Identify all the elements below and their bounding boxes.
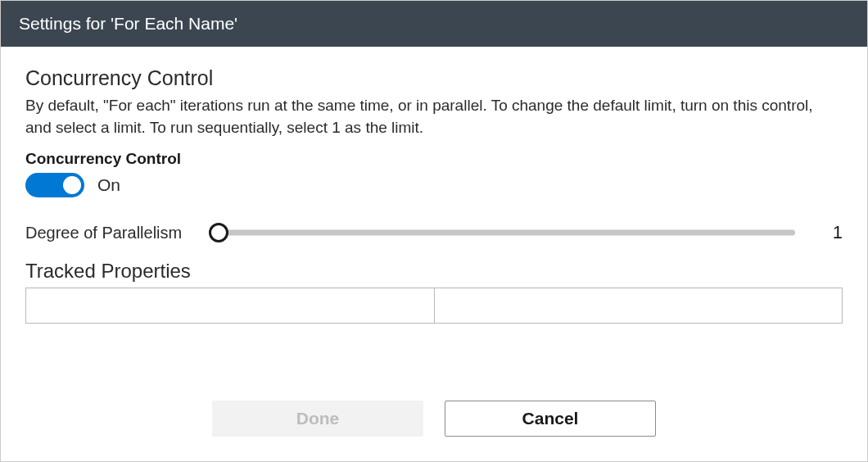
tracked-value-input[interactable] xyxy=(435,288,843,323)
concurrency-toggle-row: On xyxy=(25,173,843,197)
parallelism-slider[interactable] xyxy=(209,220,795,245)
concurrency-toggle-state: On xyxy=(97,175,120,195)
slider-thumb-icon[interactable] xyxy=(209,223,228,242)
tracked-properties-table xyxy=(25,288,843,324)
dialog-title: Settings for 'For Each Name' xyxy=(19,14,237,33)
dialog-header: Settings for 'For Each Name' xyxy=(1,1,867,47)
concurrency-section-description: By default, "For each" iterations run at… xyxy=(25,95,843,138)
dialog-body: Concurrency Control By default, "For eac… xyxy=(1,47,867,384)
done-button[interactable]: Done xyxy=(212,401,423,437)
concurrency-toggle-label: Concurrency Control xyxy=(25,150,843,168)
tracked-key-input[interactable] xyxy=(26,288,435,323)
settings-dialog: Settings for 'For Each Name' Concurrency… xyxy=(0,0,868,462)
toggle-thumb-icon xyxy=(63,176,81,194)
parallelism-label: Degree of Parallelism xyxy=(25,224,194,242)
parallelism-row: Degree of Parallelism 1 xyxy=(25,220,843,245)
dialog-footer: Done Cancel xyxy=(1,384,867,461)
cancel-button[interactable]: Cancel xyxy=(445,401,656,437)
slider-track-icon xyxy=(219,230,795,236)
concurrency-toggle[interactable] xyxy=(25,173,84,197)
parallelism-value: 1 xyxy=(810,222,843,243)
concurrency-section-title: Concurrency Control xyxy=(25,66,843,90)
tracked-properties-title: Tracked Properties xyxy=(25,260,843,283)
